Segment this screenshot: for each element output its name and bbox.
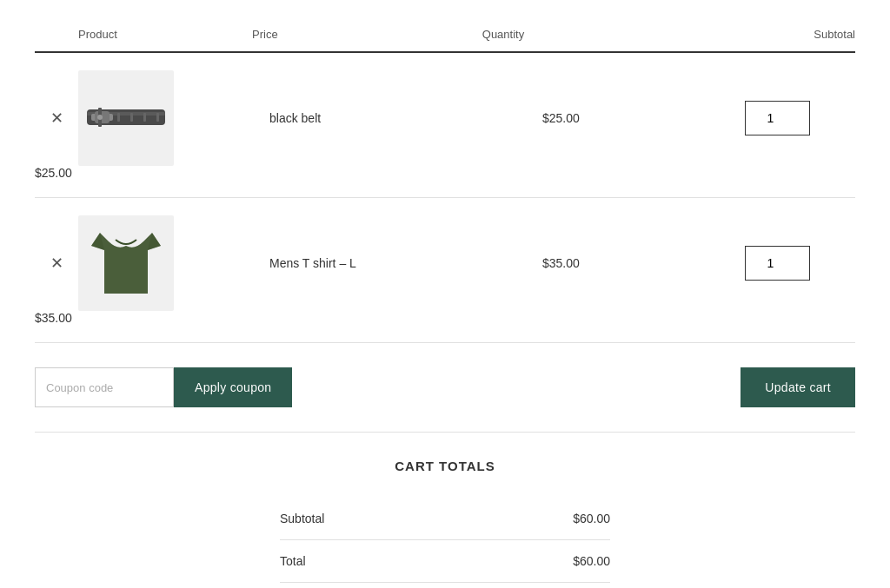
tshirt-product-name: Mens T shirt – L [252, 256, 542, 270]
remove-belt-button[interactable]: ✕ [35, 109, 78, 128]
cart-table-header: Product Price Quantity Subtotal [35, 17, 855, 53]
header-remove-col [35, 28, 78, 41]
svg-point-5 [97, 115, 103, 120]
coupon-code-input[interactable] [35, 367, 174, 407]
svg-rect-7 [130, 113, 133, 122]
tshirt-product-image [78, 215, 174, 311]
header-subtotal-col: Subtotal [568, 28, 855, 41]
tshirt-quantity-input[interactable] [745, 246, 810, 281]
subtotal-row: Subtotal $60.00 [280, 498, 610, 540]
cart-row-tshirt: ✕ Mens T shirt – L $35.00 $35.00 [35, 198, 855, 343]
belt-product-name: black belt [252, 111, 542, 125]
coupon-section: Apply coupon [35, 367, 292, 407]
total-label: Total [280, 554, 306, 568]
update-cart-button[interactable]: Update cart [741, 367, 855, 407]
svg-rect-8 [143, 113, 146, 122]
remove-tshirt-button[interactable]: ✕ [35, 254, 78, 273]
tshirt-quantity-wrapper [699, 246, 855, 281]
subtotal-label: Subtotal [280, 512, 324, 525]
tshirt-product-price: $35.00 [542, 256, 699, 270]
header-price-col: Price [252, 28, 438, 41]
subtotal-value: $60.00 [573, 512, 610, 525]
tshirt-product-subtotal: $35.00 [35, 311, 78, 325]
belt-quantity-input[interactable] [745, 101, 810, 135]
apply-coupon-button[interactable]: Apply coupon [174, 367, 292, 407]
total-value: $60.00 [573, 554, 610, 568]
total-row: Total $60.00 [280, 540, 610, 583]
belt-product-price: $25.00 [542, 111, 699, 125]
cart-actions-row: Apply coupon Update cart [35, 343, 855, 433]
cart-totals-box: CART TOTALS Subtotal $60.00 Total $60.00… [280, 459, 610, 588]
header-product-col: Product [78, 28, 252, 41]
belt-product-subtotal: $25.00 [35, 166, 78, 180]
svg-rect-6 [117, 113, 120, 122]
belt-quantity-wrapper [699, 101, 855, 135]
cart-totals-title: CART TOTALS [280, 459, 610, 473]
tshirt-svg-icon [91, 224, 161, 302]
belt-svg-icon [83, 83, 169, 153]
svg-rect-9 [156, 113, 159, 122]
header-quantity-col: Quantity [438, 28, 568, 41]
page-wrapper: Product Price Quantity Subtotal ✕ black … [0, 0, 890, 588]
cart-totals-section: CART TOTALS Subtotal $60.00 Total $60.00… [35, 433, 855, 588]
cart-row-belt: ✕ black belt $25.00 $25.00 [35, 53, 855, 198]
belt-product-image [78, 70, 174, 166]
